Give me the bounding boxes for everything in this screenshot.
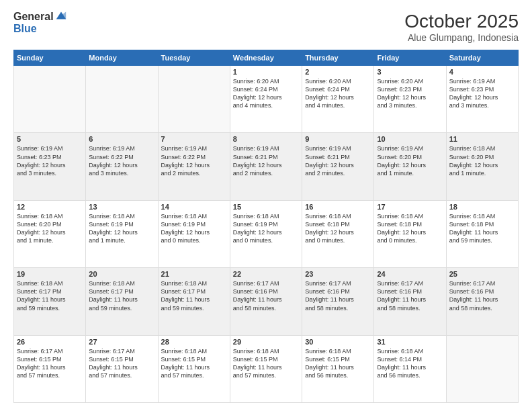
day-number: 25 <box>449 270 515 278</box>
header: General Blue October 2025 Alue Glumpang,… <box>13 11 519 43</box>
day-number: 27 <box>89 338 154 346</box>
calendar-cell <box>86 66 158 133</box>
day-number: 5 <box>17 135 83 143</box>
day-number: 28 <box>161 338 227 346</box>
logo-general: General <box>13 11 54 23</box>
calendar-cell: 20Sunrise: 6:18 AM Sunset: 6:17 PM Dayli… <box>86 268 158 335</box>
col-header-wednesday: Wednesday <box>230 50 302 66</box>
day-number: 13 <box>89 203 154 211</box>
day-info: Sunrise: 6:18 AM Sunset: 6:19 PM Dayligh… <box>233 212 299 245</box>
day-info: Sunrise: 6:18 AM Sunset: 6:17 PM Dayligh… <box>161 279 227 312</box>
day-number: 31 <box>377 338 443 346</box>
day-info: Sunrise: 6:18 AM Sunset: 6:20 PM Dayligh… <box>449 144 515 177</box>
calendar-week-4: 19Sunrise: 6:18 AM Sunset: 6:17 PM Dayli… <box>14 268 519 335</box>
calendar-cell: 29Sunrise: 6:18 AM Sunset: 6:15 PM Dayli… <box>230 335 302 402</box>
day-info: Sunrise: 6:18 AM Sunset: 6:18 PM Dayligh… <box>305 212 371 245</box>
day-number: 7 <box>161 135 227 143</box>
day-info: Sunrise: 6:18 AM Sunset: 6:18 PM Dayligh… <box>449 212 515 245</box>
day-number: 30 <box>305 338 371 346</box>
logo: General Blue <box>13 11 67 34</box>
calendar-cell: 19Sunrise: 6:18 AM Sunset: 6:17 PM Dayli… <box>14 268 86 335</box>
day-info: Sunrise: 6:20 AM Sunset: 6:24 PM Dayligh… <box>233 77 299 110</box>
day-info: Sunrise: 6:18 AM Sunset: 6:17 PM Dayligh… <box>89 279 154 312</box>
day-number: 1 <box>233 68 299 76</box>
calendar-week-2: 5Sunrise: 6:19 AM Sunset: 6:23 PM Daylig… <box>14 133 519 200</box>
calendar-cell: 28Sunrise: 6:18 AM Sunset: 6:15 PM Dayli… <box>158 335 230 402</box>
day-number: 11 <box>449 135 515 143</box>
day-info: Sunrise: 6:17 AM Sunset: 6:15 PM Dayligh… <box>17 347 83 380</box>
calendar-cell: 8Sunrise: 6:19 AM Sunset: 6:21 PM Daylig… <box>230 133 302 200</box>
calendar-cell: 22Sunrise: 6:17 AM Sunset: 6:16 PM Dayli… <box>230 268 302 335</box>
col-header-friday: Friday <box>374 50 446 66</box>
calendar-cell: 1Sunrise: 6:20 AM Sunset: 6:24 PM Daylig… <box>230 66 302 133</box>
day-number: 19 <box>17 270 83 278</box>
day-number: 10 <box>377 135 443 143</box>
calendar-week-3: 12Sunrise: 6:18 AM Sunset: 6:20 PM Dayli… <box>14 200 519 267</box>
calendar-cell: 7Sunrise: 6:19 AM Sunset: 6:22 PM Daylig… <box>158 133 230 200</box>
day-number: 9 <box>305 135 371 143</box>
day-number: 18 <box>449 203 515 211</box>
calendar-cell: 23Sunrise: 6:17 AM Sunset: 6:16 PM Dayli… <box>302 268 374 335</box>
day-number: 2 <box>305 68 371 76</box>
col-header-sunday: Sunday <box>14 50 86 66</box>
day-number: 29 <box>233 338 299 346</box>
day-info: Sunrise: 6:17 AM Sunset: 6:15 PM Dayligh… <box>89 347 154 380</box>
day-info: Sunrise: 6:20 AM Sunset: 6:23 PM Dayligh… <box>377 77 443 110</box>
calendar-cell: 11Sunrise: 6:18 AM Sunset: 6:20 PM Dayli… <box>446 133 518 200</box>
calendar-cell: 4Sunrise: 6:19 AM Sunset: 6:23 PM Daylig… <box>446 66 518 133</box>
col-header-saturday: Saturday <box>446 50 518 66</box>
day-info: Sunrise: 6:18 AM Sunset: 6:19 PM Dayligh… <box>89 212 154 245</box>
calendar-cell: 12Sunrise: 6:18 AM Sunset: 6:20 PM Dayli… <box>14 200 86 267</box>
day-number: 6 <box>89 135 154 143</box>
day-number: 4 <box>449 68 515 76</box>
day-number: 20 <box>89 270 154 278</box>
day-number: 16 <box>305 203 371 211</box>
calendar-cell: 16Sunrise: 6:18 AM Sunset: 6:18 PM Dayli… <box>302 200 374 267</box>
calendar-cell: 25Sunrise: 6:17 AM Sunset: 6:16 PM Dayli… <box>446 268 518 335</box>
day-info: Sunrise: 6:18 AM Sunset: 6:20 PM Dayligh… <box>17 212 83 245</box>
day-info: Sunrise: 6:18 AM Sunset: 6:15 PM Dayligh… <box>305 347 371 380</box>
col-header-tuesday: Tuesday <box>158 50 230 66</box>
calendar-cell: 3Sunrise: 6:20 AM Sunset: 6:23 PM Daylig… <box>374 66 446 133</box>
calendar-cell: 5Sunrise: 6:19 AM Sunset: 6:23 PM Daylig… <box>14 133 86 200</box>
calendar-table: Sunday Monday Tuesday Wednesday Thursday… <box>13 50 519 403</box>
calendar-cell: 26Sunrise: 6:17 AM Sunset: 6:15 PM Dayli… <box>14 335 86 402</box>
logo-text: General Blue <box>13 11 67 34</box>
calendar-cell: 14Sunrise: 6:18 AM Sunset: 6:19 PM Dayli… <box>158 200 230 267</box>
calendar-cell: 9Sunrise: 6:19 AM Sunset: 6:21 PM Daylig… <box>302 133 374 200</box>
day-info: Sunrise: 6:19 AM Sunset: 6:23 PM Dayligh… <box>17 144 83 177</box>
calendar-cell: 24Sunrise: 6:17 AM Sunset: 6:16 PM Dayli… <box>374 268 446 335</box>
col-header-thursday: Thursday <box>302 50 374 66</box>
day-info: Sunrise: 6:17 AM Sunset: 6:16 PM Dayligh… <box>233 279 299 312</box>
calendar-cell <box>446 335 518 402</box>
calendar-cell: 27Sunrise: 6:17 AM Sunset: 6:15 PM Dayli… <box>86 335 158 402</box>
calendar-cell: 21Sunrise: 6:18 AM Sunset: 6:17 PM Dayli… <box>158 268 230 335</box>
day-number: 22 <box>233 270 299 278</box>
calendar-week-1: 1Sunrise: 6:20 AM Sunset: 6:24 PM Daylig… <box>14 66 519 133</box>
day-info: Sunrise: 6:18 AM Sunset: 6:19 PM Dayligh… <box>161 212 227 245</box>
day-number: 15 <box>233 203 299 211</box>
day-info: Sunrise: 6:17 AM Sunset: 6:16 PM Dayligh… <box>449 279 515 312</box>
day-info: Sunrise: 6:19 AM Sunset: 6:22 PM Dayligh… <box>89 144 154 177</box>
day-info: Sunrise: 6:19 AM Sunset: 6:22 PM Dayligh… <box>161 144 227 177</box>
day-info: Sunrise: 6:19 AM Sunset: 6:23 PM Dayligh… <box>449 77 515 110</box>
day-info: Sunrise: 6:17 AM Sunset: 6:16 PM Dayligh… <box>377 279 443 312</box>
calendar-cell <box>14 66 86 133</box>
day-number: 24 <box>377 270 443 278</box>
col-header-monday: Monday <box>86 50 158 66</box>
calendar-cell: 18Sunrise: 6:18 AM Sunset: 6:18 PM Dayli… <box>446 200 518 267</box>
logo-icon <box>55 9 67 21</box>
calendar-week-5: 26Sunrise: 6:17 AM Sunset: 6:15 PM Dayli… <box>14 335 519 402</box>
title-month: October 2025 <box>404 11 519 32</box>
day-number: 23 <box>305 270 371 278</box>
calendar-cell: 17Sunrise: 6:18 AM Sunset: 6:18 PM Dayli… <box>374 200 446 267</box>
day-info: Sunrise: 6:19 AM Sunset: 6:21 PM Dayligh… <box>233 144 299 177</box>
day-info: Sunrise: 6:19 AM Sunset: 6:20 PM Dayligh… <box>377 144 443 177</box>
calendar-cell: 31Sunrise: 6:18 AM Sunset: 6:14 PM Dayli… <box>374 335 446 402</box>
logo-blue: Blue <box>13 23 67 35</box>
calendar-cell: 6Sunrise: 6:19 AM Sunset: 6:22 PM Daylig… <box>86 133 158 200</box>
calendar-cell: 30Sunrise: 6:18 AM Sunset: 6:15 PM Dayli… <box>302 335 374 402</box>
title-location: Alue Glumpang, Indonesia <box>404 32 519 43</box>
calendar-cell: 10Sunrise: 6:19 AM Sunset: 6:20 PM Dayli… <box>374 133 446 200</box>
day-info: Sunrise: 6:18 AM Sunset: 6:15 PM Dayligh… <box>161 347 227 380</box>
